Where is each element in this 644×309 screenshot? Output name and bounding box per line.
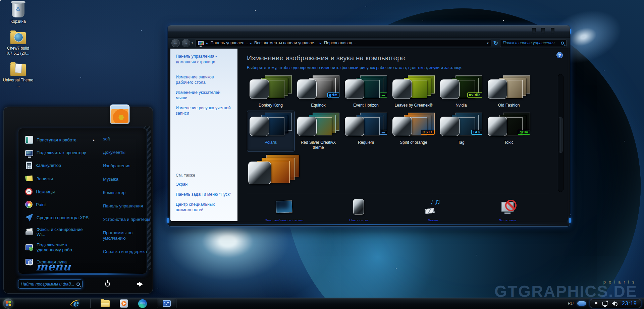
submenu-arrow-icon: ▸ [93,138,96,142]
personalization-setting[interactable]: Цвет окна Другой [321,198,396,222]
start-menu-item[interactable]: Подключить к проектору [25,146,96,159]
desktop-icon[interactable]: Universal Theme ... [1,64,35,88]
theme-name: Toxic [486,140,531,145]
start-menu-item[interactable]: Подключение к удаленному рабо... [25,240,96,255]
setting-link[interactable]: Фон рабочего стола [247,219,321,222]
start-search-input[interactable] [21,282,75,287]
theme-row-2: Polaris Red Silver CreativX theme [247,111,549,151]
start-menu-place[interactable]: Музыка [103,173,154,186]
breadcrumb[interactable]: Панель управлен...Все элементы панели уп… [195,39,491,47]
start-search-box[interactable] [18,280,83,289]
action-center-flag-icon[interactable]: ⚑ [594,301,598,306]
theme-item[interactable]: Donkey Kong [247,73,294,109]
desktop-icon[interactable]: Chew7 build 0.7.6.1 (20... [1,32,35,56]
theme-item[interactable]: Leaves by Greenex® [390,73,437,109]
app-icon [25,228,33,236]
theme-thumbnail: grim [297,75,339,102]
theme-item[interactable]: grim Equinox [294,73,342,109]
see-also-link[interactable]: Экран [176,182,232,187]
personalization-setting[interactable]: Звуки Blade [396,198,470,222]
language-indicator[interactable]: RU [568,301,574,306]
page-title: Изменение изображения и звука на компьют… [247,54,549,62]
title-bar[interactable] [168,25,570,38]
avatar-flower-image [111,106,128,123]
start-menu-item[interactable]: Средство просмотра XPS [25,211,96,224]
back-button[interactable]: ← [171,39,180,47]
setting-link[interactable]: Звуки [396,219,470,222]
scrollbar-thumb[interactable] [559,117,562,153]
theme-thumbnail: ▬ [345,113,387,139]
start-menu-item-label: Калькулятор [36,163,90,168]
see-also-link[interactable]: Панель задач и меню "Пуск" [176,192,232,197]
scrollbar[interactable] [558,74,564,192]
help-icon[interactable]: ? [556,52,563,58]
forward-button[interactable]: → [182,39,190,47]
search-icon [561,42,564,45]
start-menu-place[interactable]: Программы по умолчанию [103,226,154,245]
theme-item[interactable]: ▬ Event Horizon [342,73,390,109]
theme-item[interactable]: grim Toxic [485,111,533,151]
start-menu-item[interactable]: Приступая к работе ▸ [25,133,96,146]
media-player-icon[interactable] [120,299,128,308]
volume-icon[interactable] [612,301,618,306]
theme-item[interactable]: ▬ Requiem [342,111,390,151]
close-button[interactable] [551,28,554,33]
start-menu-item[interactable]: Факсы и сканирование Wi... [25,224,96,240]
start-menu-place[interactable]: soft [103,132,154,146]
theme-name: Nvidia [439,103,484,108]
user-avatar[interactable] [110,105,129,124]
start-menu-place[interactable]: Устройства и принтеры [103,213,154,226]
tray-pill-button[interactable] [577,301,586,306]
start-menu-place[interactable]: Панель управления [103,199,154,213]
recent-pages-chevron-icon[interactable]: ▾ [192,41,193,45]
start-menu-item[interactable]: Записки [25,172,96,185]
explorer-icon[interactable] [101,300,110,307]
sidebar-link[interactable]: Изменение указателей мыши [176,90,232,101]
internet-explorer-icon[interactable]: e [71,299,80,308]
start-menu-place[interactable]: Документы [103,146,154,159]
start-menu-item[interactable]: Калькулятор [25,159,96,172]
breadcrumb-segment[interactable]: Персонализац... [318,41,356,45]
setting-link[interactable]: Цвет окна [321,219,396,222]
theme-item[interactable]: Old Fashion [485,73,533,109]
start-menu-item[interactable]: Ножницы [25,185,96,198]
theme-item[interactable]: Polaris [247,111,294,151]
control-panel-search-box[interactable] [500,39,567,47]
theme-item[interactable]: TAG Tag [437,111,485,151]
shutdown-options-button[interactable] [135,280,147,289]
desktop-icon[interactable]: Корзина [1,2,35,24]
control-panel-search-input[interactable] [503,41,559,45]
breadcrumb-dropdown-chevron-icon[interactable]: ▾ [484,41,489,45]
sidebar-link[interactable]: Изменение значков рабочего стола [176,74,232,85]
maximize-button[interactable] [541,28,545,33]
start-menu-place[interactable]: Справка и поддержка [103,245,154,258]
start-menu-place[interactable]: Изображения [103,159,154,173]
breadcrumb-segment[interactable]: Все элементы панели управле... [248,41,318,45]
personalization-setting[interactable]: Заставка Отсутствует [470,198,545,222]
power-button[interactable] [101,280,113,289]
theme-item[interactable]: nvidia Nvidia [437,73,485,109]
minimize-button[interactable] [532,28,536,33]
see-also-link[interactable]: Центр специальных возможностей [176,202,232,212]
watermark-theme-name: polaris [494,280,637,285]
sidebar-link[interactable]: Изменение рисунка учетной записи [176,105,232,116]
start-menu-place[interactable]: Компьютер [103,186,154,199]
forward-arrow-icon: → [184,41,188,46]
refresh-icon[interactable]: ↻ [493,39,498,47]
theme-row-3 [247,153,549,189]
network-icon[interactable] [602,302,607,306]
theme-name: Tag [439,140,484,145]
theme-item[interactable]: OSTX Spirit of orange [390,111,437,151]
theme-item[interactable] [247,153,294,189]
wallpaper-watermark: polaris GTGRAPHICS.DE [494,280,637,299]
start-menu-item[interactable]: Paint [25,198,96,211]
sidebar-home-link[interactable]: Панель управления - домашняя страница [176,54,232,65]
clock[interactable]: 23:19 [622,301,637,307]
personalization-task-button[interactable] [157,299,176,308]
start-button[interactable] [3,298,13,309]
theme-item[interactable]: Red Silver CreativX theme [294,111,342,151]
setting-link[interactable]: Заставка [470,219,545,222]
edge-icon[interactable] [138,299,147,308]
personalization-setting[interactable]: Фон рабочего стола Показ слайдов [247,198,321,222]
breadcrumb-segment[interactable]: Панель управлен... [204,41,248,45]
